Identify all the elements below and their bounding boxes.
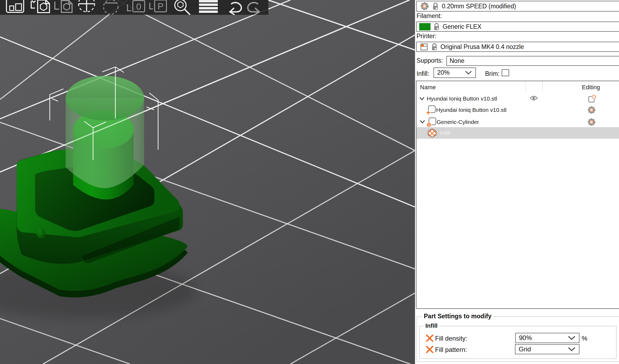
variable-layer-height-button[interactable] — [198, 0, 219, 15]
tree-row-label: Hyundai Ioniq Button v10.stl — [427, 95, 497, 102]
copy-glyph: 0 — [136, 1, 141, 12]
printer-label: Printer: — [417, 33, 436, 40]
lock-icon — [432, 2, 439, 10]
chevron-down-icon — [568, 336, 576, 340]
settings-gear-icon[interactable] — [587, 118, 596, 126]
scene-3d — [0, 0, 415, 364]
settings-gear-icon[interactable] — [587, 106, 596, 114]
brim-checkbox[interactable] — [501, 69, 509, 76]
chevron-expand-icon[interactable] — [420, 119, 425, 124]
tree-row-label: Generic-Cylinder — [437, 119, 479, 125]
chevron-down-icon — [568, 347, 576, 351]
fill-pattern-combo[interactable]: Grid — [515, 344, 579, 354]
delete-all-button[interactable] — [77, 0, 96, 15]
negative-volume-box-icon — [427, 117, 436, 127]
remove-setting-icon[interactable] — [425, 334, 434, 342]
filament-label: Filament: — [417, 12, 442, 20]
fill-pattern-value: Grid — [519, 345, 531, 353]
tree-row-negative-volume[interactable]: Generic-Cylinder — [417, 116, 619, 127]
undo-icon — [223, 0, 244, 15]
plater-icon — [5, 0, 26, 15]
plater-button[interactable] — [5, 0, 26, 15]
settings-panel: 0.20mm SPEED (modified) Filament: Generi… — [415, 0, 619, 364]
copy-icon: 0 — [125, 0, 146, 15]
base-side-bump — [37, 228, 45, 238]
paste-glyph: P — [158, 1, 164, 11]
column-separator[interactable] — [525, 81, 526, 91]
copy-button[interactable]: 0 — [125, 0, 146, 15]
print-settings-gear-icon — [420, 2, 429, 11]
brim-label: Brim: — [485, 70, 500, 77]
printer-combo[interactable]: Original Prusa MK4 0.4 nozzle — [416, 42, 619, 52]
print-settings-value: 0.20mm SPEED (modified) — [442, 3, 516, 10]
print-settings-combo[interactable]: 0.20mm SPEED (modified) — [416, 1, 619, 12]
column-separator[interactable] — [542, 81, 543, 91]
remove-setting-icon[interactable] — [425, 345, 434, 354]
fill-density-value: 90% — [519, 334, 532, 342]
paste-button[interactable]: P — [148, 0, 168, 15]
tree-row-object[interactable]: Hyundai Ioniq Button v10.stl — [417, 93, 619, 104]
variable-layer-height-icon — [198, 0, 219, 15]
filament-value: Generic FLEX — [443, 23, 481, 30]
part-settings-title: Part Settings to modify — [422, 313, 493, 320]
tree-row-volume[interactable]: Hyundai Ioniq Button v10.stl — [417, 104, 619, 115]
main-toolbar: 0 P — [0, 0, 268, 15]
filament-combo[interactable]: Generic FLEX — [416, 22, 619, 32]
supports-combo[interactable]: None — [446, 56, 619, 66]
infill-modifier-icon — [427, 128, 437, 138]
tree-row-infill-selected[interactable]: Infill — [417, 127, 619, 139]
fill-density-combo[interactable]: 90% — [515, 333, 579, 343]
paste-icon: P — [148, 0, 168, 15]
tree-row-label: Hyundai Ioniq Button v10.stl — [436, 107, 507, 113]
search-icon — [172, 0, 192, 15]
modifier-generic-cylinder[interactable] — [66, 76, 144, 188]
viewport-3d[interactable]: 0 P — [0, 0, 415, 364]
arrange-icon — [102, 0, 121, 15]
lock-icon — [431, 43, 437, 51]
redo-icon — [245, 0, 266, 15]
lock-icon — [433, 23, 440, 31]
tree-column-name: Name — [420, 84, 436, 91]
fill-density-suffix: % — [582, 335, 587, 342]
chevron-down-icon — [465, 71, 472, 75]
fill-pattern-label: Fill pattern: — [435, 346, 467, 354]
volume-box-icon — [426, 105, 436, 115]
infill-group-title: Infill — [424, 322, 439, 329]
add-object-button[interactable] — [30, 0, 52, 15]
arrange-button[interactable] — [102, 0, 121, 15]
supports-label: Supports: — [417, 57, 443, 64]
supports-value: None — [450, 57, 464, 65]
undo-button[interactable] — [223, 0, 244, 15]
tree-column-editing: Editing — [582, 84, 600, 91]
tree-row-label: Infill — [440, 130, 450, 136]
printer-icon — [420, 42, 428, 51]
infill-label: Infill: — [417, 70, 429, 77]
search-button[interactable] — [172, 0, 192, 15]
eye-icon[interactable] — [530, 95, 538, 101]
edit-object-icon[interactable] — [588, 94, 596, 103]
filament-color-swatch — [419, 23, 431, 30]
delete-object-icon — [53, 0, 75, 15]
delete-all-icon — [77, 0, 96, 15]
redo-button[interactable] — [245, 0, 266, 15]
infill-value: 20% — [437, 69, 450, 76]
object-tree: Name Editing Hyundai Ioniq Button v10.st… — [416, 81, 619, 309]
add-object-icon — [30, 0, 52, 15]
infill-combo[interactable]: 20% — [433, 67, 476, 78]
delete-object-button[interactable] — [53, 0, 75, 15]
printer-value: Original Prusa MK4 0.4 nozzle — [440, 43, 524, 51]
chevron-expand-icon[interactable] — [419, 96, 425, 101]
fill-density-label: Fill density: — [435, 335, 467, 342]
